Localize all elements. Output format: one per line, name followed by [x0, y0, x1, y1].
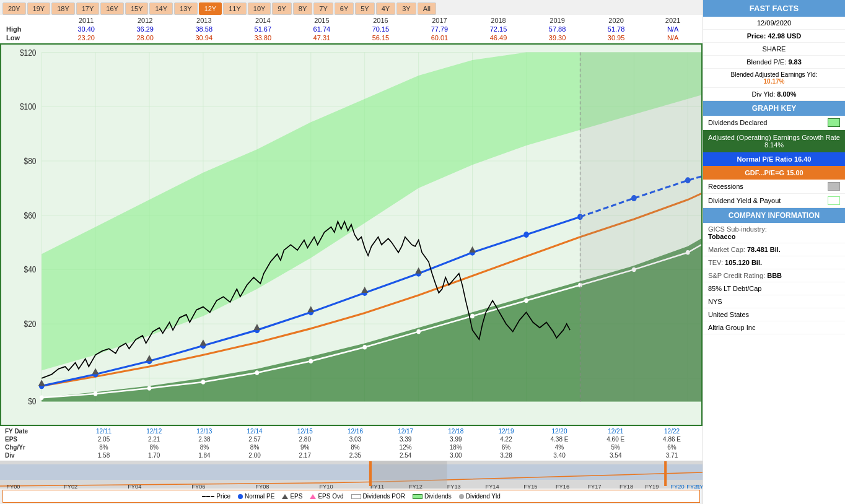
right-panel: FAST FACTS 12/09/2020 Price: 42.98 USD S… [703, 0, 845, 504]
legend-dividend-yld-label: Dividend Yld [466, 493, 501, 500]
year-tab-6y[interactable]: 6Y [335, 2, 354, 15]
svg-point-32 [470, 314, 475, 319]
svg-text:FY10: FY10 [319, 484, 333, 489]
svg-text:$20: $20 [24, 319, 37, 329]
year-tab-19y[interactable]: 19Y [27, 2, 51, 15]
fast-facts-date: 12/09/2020 [703, 17, 845, 30]
fast-facts-title: FAST FACTS [750, 4, 799, 13]
recessions-swatch [828, 182, 840, 191]
year-tab-all[interactable]: All [418, 2, 436, 15]
normal-pe-dot-icon [238, 494, 243, 499]
legend-eps-ovd-label: EPS Ovd [318, 493, 343, 500]
year-tab-11y[interactable]: 11Y [223, 2, 247, 15]
year-tab-8y[interactable]: 8Y [293, 2, 312, 15]
svg-text:FY19: FY19 [645, 484, 659, 489]
fy-date-row: FY Date12/1112/1212/1312/1412/1512/1612/… [2, 427, 700, 435]
year-tab-3y[interactable]: 3Y [396, 2, 416, 15]
price-dash-icon [202, 496, 214, 497]
fast-facts-price: Price: 42.98 USD [703, 30, 845, 43]
mini-chart: FY00 FY02 FY04 FY06 FY08 FY10 FY11 FY12 … [0, 461, 703, 489]
legend-normal-pe: Normal PE [238, 493, 274, 500]
year-tab-10y[interactable]: 10Y [248, 2, 271, 15]
svg-point-31 [416, 329, 421, 334]
hl-table: 2011201220132014201520162017201820192020… [0, 15, 703, 43]
svg-text:$40: $40 [24, 265, 37, 275]
svg-point-30 [362, 345, 367, 350]
svg-text:$0: $0 [28, 397, 36, 407]
dividends-por-rect-icon [351, 494, 361, 499]
legend-eps-ovd: EPS Ovd [310, 493, 343, 500]
svg-point-25 [94, 391, 98, 396]
dividends-rect-icon [413, 494, 422, 499]
year-tab-9y[interactable]: 9Y [272, 2, 291, 15]
fast-facts-header: FAST FACTS [703, 0, 845, 17]
svg-text:FY15: FY15 [523, 484, 537, 489]
year-tab-14y[interactable]: 14Y [149, 2, 173, 15]
year-tab-7y[interactable]: 7Y [313, 2, 333, 15]
svg-text:FY18: FY18 [620, 484, 633, 489]
eps-row: EPS2.052.212.382.572.803.033.393.994.224… [2, 435, 700, 443]
year-tab-5y[interactable]: 5Y [355, 2, 374, 15]
year-tab-17y[interactable]: 17Y [76, 2, 100, 15]
company-lt-debt: 85% LT Debt/Cap [703, 282, 845, 295]
year-tab-20y[interactable]: 20Y [2, 2, 26, 15]
svg-text:FY12: FY12 [409, 484, 422, 489]
year-tab-15y[interactable]: 15Y [125, 2, 149, 15]
chg-row: Chg/Yr8%8%8%8%9%8%12%18%6%4%5%6% [2, 443, 700, 451]
company-credit: S&P Credit Rating: BBB [703, 269, 845, 282]
year-tab-18y[interactable]: 18Y [51, 2, 75, 15]
svg-text:$120: $120 [20, 48, 37, 58]
svg-text:$100: $100 [20, 102, 37, 111]
legend-eps-label: EPS [290, 493, 302, 500]
company-gics: GICS Sub-industry: Tobacco [703, 223, 845, 243]
dividend-yld-dot-icon [459, 494, 464, 499]
svg-point-29 [309, 358, 313, 363]
company-info-header: COMPANY INFORMATION [703, 208, 845, 223]
svg-text:$60: $60 [24, 211, 37, 220]
company-exchange: NYS [703, 295, 845, 308]
data-table: FY Date12/1112/1212/1312/1412/1512/1612/… [0, 426, 703, 461]
svg-rect-90 [664, 461, 667, 486]
graph-key-dividends-declared: Dividends Declared [703, 116, 845, 130]
company-market-cap: Market Cap: 78.481 Bil. [703, 243, 845, 256]
svg-point-26 [147, 386, 152, 391]
svg-point-33 [524, 298, 528, 303]
div-row: Div1.581.701.842.002.172.352.543.003.283… [2, 451, 700, 459]
low-row: Low23.2028.0030.9433.8047.3156.1560.0146… [2, 33, 700, 42]
svg-point-28 [255, 370, 260, 375]
company-name: Altria Group Inc [703, 321, 845, 334]
year-tab-13y[interactable]: 13Y [174, 2, 198, 15]
svg-point-24 [40, 395, 44, 400]
svg-point-46 [523, 232, 529, 238]
year-tab-4y[interactable]: 4Y [376, 2, 395, 15]
year-row: 2011201220132014201520162017201820192020… [2, 16, 700, 25]
legend-price: Price [202, 493, 230, 500]
svg-text:FY00: FY00 [6, 484, 20, 489]
svg-text:FY14: FY14 [485, 484, 499, 489]
company-country: United States [703, 308, 845, 321]
legend-dividends: Dividends [413, 493, 452, 500]
fast-facts-blended-pe: Blended P/E: 9.83 [703, 56, 845, 69]
graph-key-adj-earnings: Adjusted (Operating) Earnings Growth Rat… [703, 130, 845, 152]
svg-text:FY22: FY22 [696, 484, 703, 489]
eps-triangle-icon [282, 494, 288, 499]
svg-rect-89 [369, 461, 372, 486]
graph-key-recessions: Recessions [703, 180, 845, 194]
main-content: 20Y19Y18Y17Y16Y15Y14Y13Y12Y11Y10Y9Y8Y7Y6… [0, 0, 703, 504]
year-tab-12y[interactable]: 12Y [199, 2, 222, 15]
div-yield-payout-swatch [828, 196, 840, 205]
svg-text:FY02: FY02 [64, 484, 77, 489]
graph-key-div-yield-payout: Dividend Yield & Payout [703, 194, 845, 208]
svg-rect-67 [580, 53, 701, 402]
svg-rect-69 [0, 464, 703, 480]
year-tabs: 20Y19Y18Y17Y16Y15Y14Y13Y12Y11Y10Y9Y8Y7Y6… [0, 0, 703, 15]
graph-key-normal-pe: Normal P/E Ratio 16.40 [703, 152, 845, 166]
legend-dividends-por-label: Dividends POR [363, 493, 405, 500]
year-tab-16y[interactable]: 16Y [100, 2, 124, 15]
fast-facts-share: SHARE [703, 43, 845, 56]
legend-price-label: Price [216, 493, 230, 500]
fast-facts-blended-adj: Blended Adjusted Earnings Yld: 10.17% [703, 69, 845, 88]
legend: Price Normal PE EPS EPS Ovd Dividends PO… [2, 490, 700, 503]
svg-point-27 [201, 380, 206, 385]
svg-text:FY13: FY13 [447, 484, 461, 489]
